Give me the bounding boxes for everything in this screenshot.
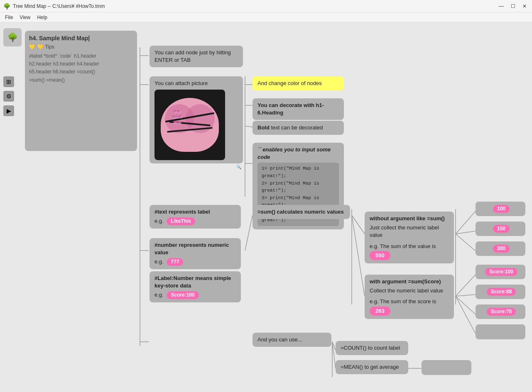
score100-badge: Score:100: [167, 291, 199, 299]
svg-line-15: [456, 295, 476, 296]
node-key-store[interactable]: #Label:Number means simple key-store dat…: [150, 271, 241, 302]
key-store-example: e.g. Score:100: [154, 291, 236, 299]
logo-button[interactable]: 🌳: [3, 28, 22, 46]
text-label-example: e.g. LikeThis: [154, 217, 236, 225]
main-node[interactable]: h4. Sample Mind Map| 💛 💛 Tips #label *bo…: [25, 31, 137, 151]
settings-icon[interactable]: ⚙: [3, 91, 14, 102]
with-arg-heading: with argument =sum(Score): [370, 278, 449, 285]
main-area: 🌳 ⊞ ⚙ ▶ h4. Sample Mind Map| 💛 💛 Tips #l…: [0, 22, 532, 392]
empty-node[interactable]: [476, 324, 525, 339]
svg-line-13: [352, 215, 365, 296]
sum-result-badge: 550: [370, 251, 390, 260]
text-label-heading: #text represents label: [154, 208, 236, 216]
node-decorate[interactable]: You can decorate with h1-6.Heading: [253, 98, 344, 120]
svg-line-9: [352, 215, 365, 234]
brain-image: treemindmap: [154, 90, 225, 160]
svg-line-14: [456, 275, 476, 296]
code-heading: `` enables you to input some code: [257, 146, 339, 161]
without-arg-text1: Just collect the numeric label value: [370, 224, 449, 239]
maximize-button[interactable]: ☐: [509, 2, 517, 10]
code-line-1: 1> print("Mind Map is great!");: [262, 165, 335, 180]
grid-icon[interactable]: ⊞: [3, 76, 14, 87]
value-300[interactable]: 300: [476, 241, 525, 256]
with-arg-text1: Collect the numeric label value: [370, 287, 449, 295]
node-sum-calc[interactable]: =sum() calculates numeric values: [253, 205, 350, 219]
score-75[interactable]: Score:75: [476, 304, 525, 319]
value-150-badge: 150: [493, 225, 510, 233]
with-arg-text2: e.g. The sum of the score is: [370, 298, 449, 305]
without-arg-heading: without argument like =sum(): [370, 215, 449, 222]
number-label-heading: #number represents numeric value: [154, 241, 236, 256]
main-node-title: h4. Sample Mind Map|: [29, 35, 133, 41]
node-count-label[interactable]: =COUNT() to count label: [336, 341, 408, 355]
node-bold-decorate[interactable]: Bold text can be decorated: [253, 121, 344, 135]
window-controls: — ☐ ✕: [497, 2, 529, 10]
without-arg-text2: e.g. The sum of the value is: [370, 243, 449, 250]
menu-view[interactable]: View: [16, 14, 34, 21]
tips-emoji: 💛: [29, 44, 35, 50]
title-bar-text: Tree Mind Map -- C:\Users¥ #HowTo.tmm: [13, 3, 497, 9]
title-bar: 🌳 Tree Mind Map -- C:\Users¥ #HowTo.tmm …: [0, 0, 532, 12]
svg-line-16: [456, 296, 476, 314]
bold-text: Bold: [257, 124, 270, 131]
tips-label: 💛 💛 Tips: [29, 44, 133, 50]
menu-file[interactable]: File: [2, 14, 16, 21]
node-enter-tab[interactable]: You can add node just by hitting ENTER o…: [150, 46, 243, 67]
score-100[interactable]: Score:100: [476, 265, 525, 279]
icon-settings[interactable]: ⚙: [3, 91, 14, 102]
number-badge: 777: [167, 258, 183, 266]
value-150[interactable]: 150: [476, 222, 525, 236]
svg-line-11: [456, 231, 476, 234]
app-icon: 🌳: [3, 3, 10, 10]
value-100[interactable]: 100: [476, 202, 525, 216]
node-mean-label[interactable]: =MEAN() to get average: [336, 360, 408, 374]
svg-line-17: [456, 296, 476, 334]
icon-arrow[interactable]: ▶: [3, 105, 14, 116]
menu-bar: File View Help: [0, 12, 532, 22]
node-change-color[interactable]: And change color of nodes: [253, 76, 344, 90]
svg-line-8: [245, 215, 253, 251]
node-attach-picture[interactable]: You can attach picture treemindmap 🔍: [150, 76, 243, 163]
score-88[interactable]: Score:88: [476, 285, 525, 299]
score-75-badge: Score:75: [487, 308, 516, 316]
svg-line-19: [332, 342, 336, 368]
value-100-badge: 100: [493, 205, 510, 213]
node-with-arg[interactable]: with argument =sum(Score) Collect the nu…: [365, 275, 454, 319]
code-line-2: 2> print("Mind Map is great!");: [262, 180, 335, 195]
score-100-badge: Score:100: [485, 268, 517, 276]
value-300-badge: 300: [493, 245, 510, 253]
menu-help[interactable]: Help: [34, 14, 51, 21]
close-button[interactable]: ✕: [520, 2, 529, 10]
icon-grid[interactable]: ⊞: [3, 76, 14, 87]
arrow-right-icon[interactable]: ▶: [3, 105, 14, 116]
svg-line-10: [456, 211, 476, 234]
number-label-example: e.g. 777: [154, 258, 236, 266]
node-without-arg[interactable]: without argument like =sum() Just collec…: [365, 212, 454, 263]
minimize-button[interactable]: —: [497, 2, 505, 10]
node-mean-result[interactable]: [422, 360, 471, 375]
node-text-label[interactable]: #text represents label e.g. LikeThis: [150, 205, 241, 229]
svg-line-18: [332, 342, 336, 350]
svg-line-12: [456, 234, 476, 251]
score-88-badge: Score:88: [487, 288, 516, 296]
watermark: 🔍: [236, 164, 241, 170]
rest-text: text can be decorated: [270, 124, 323, 131]
likethis-badge: LikeThis: [167, 217, 195, 225]
node-number-label[interactable]: #number represents numeric value e.g. 77…: [150, 238, 241, 269]
score-result-badge: 263: [370, 307, 390, 316]
key-store-heading: #Label:Number means simple key-store dat…: [154, 275, 236, 290]
tips-text: #label *bold* `code` h1.header h2.header…: [29, 52, 133, 84]
node-and-you-can-use[interactable]: And you can use...: [253, 333, 331, 347]
svg-line-6: [245, 126, 253, 127]
